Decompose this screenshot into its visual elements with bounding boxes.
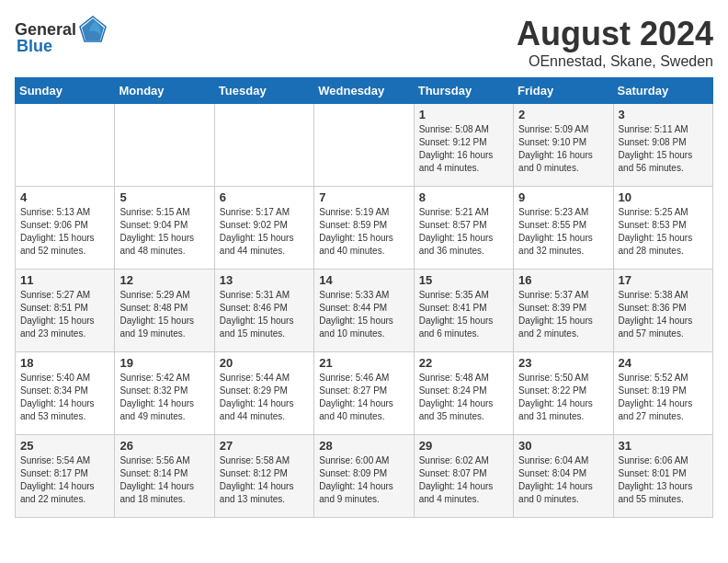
location: OEnnestad, Skane, Sweden [517,53,713,70]
day-info: Sunrise: 5:40 AM Sunset: 8:34 PM Dayligh… [20,372,109,423]
calendar-week-3: 11Sunrise: 5:27 AM Sunset: 8:51 PM Dayli… [16,270,713,352]
logo-icon [78,15,108,44]
calendar-cell: 24Sunrise: 5:52 AM Sunset: 8:19 PM Dayli… [613,352,712,435]
calendar-cell [16,104,115,187]
day-number: 12 [119,273,209,287]
day-info: Sunrise: 5:56 AM Sunset: 8:14 PM Dayligh… [119,454,209,506]
day-number: 14 [319,273,408,287]
day-number: 25 [20,439,109,453]
calendar-cell: 2Sunrise: 5:09 AM Sunset: 9:10 PM Daylig… [514,104,613,187]
day-number: 10 [619,190,708,204]
calendar-cell: 14Sunrise: 5:33 AM Sunset: 8:44 PM Dayli… [314,270,414,352]
calendar-cell: 11Sunrise: 5:27 AM Sunset: 8:51 PM Dayli… [16,270,115,352]
calendar-cell [314,104,414,187]
day-info: Sunrise: 5:25 AM Sunset: 8:53 PM Dayligh… [619,206,708,258]
calendar-cell: 10Sunrise: 5:25 AM Sunset: 8:53 PM Dayli… [613,187,712,270]
day-number: 30 [518,439,608,453]
day-number: 11 [20,273,109,287]
day-info: Sunrise: 5:44 AM Sunset: 8:29 PM Dayligh… [220,372,309,423]
calendar-cell: 28Sunrise: 6:00 AM Sunset: 8:09 PM Dayli… [314,435,414,518]
calendar-cell: 15Sunrise: 5:35 AM Sunset: 8:41 PM Dayli… [414,270,513,352]
day-info: Sunrise: 5:08 AM Sunset: 9:12 PM Dayligh… [419,123,508,175]
calendar-cell: 19Sunrise: 5:42 AM Sunset: 8:32 PM Dayli… [115,352,214,435]
calendar-week-4: 18Sunrise: 5:40 AM Sunset: 8:34 PM Dayli… [16,352,713,435]
calendar-cell [115,104,214,187]
day-number: 28 [319,439,408,453]
calendar-cell: 22Sunrise: 5:48 AM Sunset: 8:24 PM Dayli… [414,352,513,435]
calendar-cell: 1Sunrise: 5:08 AM Sunset: 9:12 PM Daylig… [414,104,513,187]
weekday-header-tuesday: Tuesday [214,78,313,104]
month-year: August 2024 [517,15,713,53]
day-info: Sunrise: 5:54 AM Sunset: 8:17 PM Dayligh… [20,454,109,506]
calendar-cell: 26Sunrise: 5:56 AM Sunset: 8:14 PM Dayli… [115,435,214,518]
calendar-cell: 8Sunrise: 5:21 AM Sunset: 8:57 PM Daylig… [414,187,513,270]
day-info: Sunrise: 5:37 AM Sunset: 8:39 PM Dayligh… [518,289,608,340]
day-number: 13 [220,273,309,287]
day-info: Sunrise: 6:00 AM Sunset: 8:09 PM Dayligh… [319,454,408,506]
day-info: Sunrise: 5:33 AM Sunset: 8:44 PM Dayligh… [319,289,408,340]
day-info: Sunrise: 5:15 AM Sunset: 9:04 PM Dayligh… [119,206,209,258]
day-info: Sunrise: 5:11 AM Sunset: 9:08 PM Dayligh… [619,123,708,175]
day-number: 22 [419,356,508,370]
title-block: August 2024 OEnnestad, Skane, Sweden [517,15,713,70]
calendar-cell: 7Sunrise: 5:19 AM Sunset: 8:59 PM Daylig… [314,187,414,270]
day-number: 2 [518,108,608,121]
day-info: Sunrise: 5:09 AM Sunset: 9:10 PM Dayligh… [518,123,608,175]
calendar-cell: 21Sunrise: 5:46 AM Sunset: 8:27 PM Dayli… [314,352,414,435]
calendar-cell: 23Sunrise: 5:50 AM Sunset: 8:22 PM Dayli… [514,352,613,435]
day-info: Sunrise: 6:06 AM Sunset: 8:01 PM Dayligh… [619,454,708,506]
day-number: 16 [518,273,608,287]
calendar-cell: 5Sunrise: 5:15 AM Sunset: 9:04 PM Daylig… [115,187,214,270]
day-info: Sunrise: 5:38 AM Sunset: 8:36 PM Dayligh… [619,289,708,340]
day-number: 15 [419,273,508,287]
calendar-cell: 20Sunrise: 5:44 AM Sunset: 8:29 PM Dayli… [214,352,313,435]
day-info: Sunrise: 5:52 AM Sunset: 8:19 PM Dayligh… [619,372,708,423]
calendar-cell: 16Sunrise: 5:37 AM Sunset: 8:39 PM Dayli… [514,270,613,352]
day-info: Sunrise: 5:42 AM Sunset: 8:32 PM Dayligh… [119,372,209,423]
day-info: Sunrise: 5:46 AM Sunset: 8:27 PM Dayligh… [319,372,408,423]
calendar-cell: 6Sunrise: 5:17 AM Sunset: 9:02 PM Daylig… [214,187,313,270]
calendar-cell: 13Sunrise: 5:31 AM Sunset: 8:46 PM Dayli… [214,270,313,352]
weekday-header-friday: Friday [514,78,613,104]
day-info: Sunrise: 5:35 AM Sunset: 8:41 PM Dayligh… [419,289,508,340]
page-header: General Blue August 2024 OEnnestad, Skan… [15,15,713,70]
calendar-week-2: 4Sunrise: 5:13 AM Sunset: 9:06 PM Daylig… [16,187,713,270]
day-info: Sunrise: 5:48 AM Sunset: 8:24 PM Dayligh… [419,372,508,423]
calendar-cell: 4Sunrise: 5:13 AM Sunset: 9:06 PM Daylig… [16,187,115,270]
day-number: 29 [419,439,508,453]
day-info: Sunrise: 5:58 AM Sunset: 8:12 PM Dayligh… [220,454,309,506]
day-info: Sunrise: 5:31 AM Sunset: 8:46 PM Dayligh… [220,289,309,340]
day-info: Sunrise: 5:23 AM Sunset: 8:55 PM Dayligh… [518,206,608,258]
day-info: Sunrise: 5:13 AM Sunset: 9:06 PM Dayligh… [20,206,109,258]
day-number: 5 [119,190,209,204]
day-number: 21 [319,356,408,370]
weekday-header-sunday: Sunday [16,78,115,104]
day-number: 31 [619,439,708,453]
weekday-header-saturday: Saturday [613,78,712,104]
day-info: Sunrise: 5:29 AM Sunset: 8:48 PM Dayligh… [119,289,209,340]
calendar-cell: 17Sunrise: 5:38 AM Sunset: 8:36 PM Dayli… [613,270,712,352]
day-number: 9 [518,190,608,204]
day-number: 7 [319,190,408,204]
day-number: 1 [419,108,508,121]
day-number: 23 [518,356,608,370]
calendar-cell: 27Sunrise: 5:58 AM Sunset: 8:12 PM Dayli… [214,435,313,518]
weekday-header-thursday: Thursday [414,78,513,104]
day-number: 3 [619,108,708,121]
calendar-cell: 12Sunrise: 5:29 AM Sunset: 8:48 PM Dayli… [115,270,214,352]
day-info: Sunrise: 5:19 AM Sunset: 8:59 PM Dayligh… [319,206,408,258]
weekday-header-wednesday: Wednesday [314,78,414,104]
day-info: Sunrise: 5:21 AM Sunset: 8:57 PM Dayligh… [419,206,508,258]
day-number: 27 [220,439,309,453]
weekday-header-row: SundayMondayTuesdayWednesdayThursdayFrid… [16,78,713,104]
day-number: 20 [220,356,309,370]
day-info: Sunrise: 5:17 AM Sunset: 9:02 PM Dayligh… [220,206,309,258]
calendar-cell: 9Sunrise: 5:23 AM Sunset: 8:55 PM Daylig… [514,187,613,270]
day-info: Sunrise: 5:50 AM Sunset: 8:22 PM Dayligh… [518,372,608,423]
weekday-header-monday: Monday [115,78,214,104]
day-number: 24 [619,356,708,370]
calendar-cell: 3Sunrise: 5:11 AM Sunset: 9:08 PM Daylig… [613,104,712,187]
calendar-table: SundayMondayTuesdayWednesdayThursdayFrid… [15,77,713,518]
day-number: 26 [119,439,209,453]
calendar-cell: 31Sunrise: 6:06 AM Sunset: 8:01 PM Dayli… [613,435,712,518]
